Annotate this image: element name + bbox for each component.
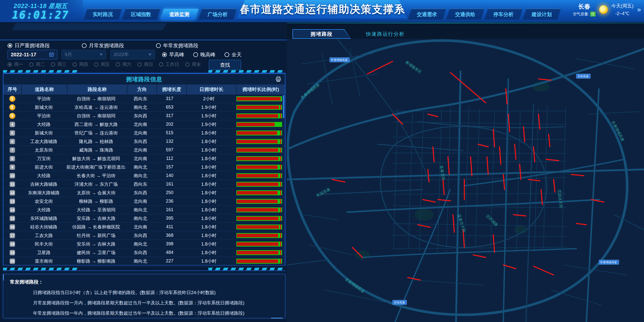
congestion-type-radio-group: 日严重拥堵路段月常发拥堵路段年常发拥堵路段 [8, 42, 230, 49]
weekday-option-6[interactable]: 周日 [137, 61, 153, 67]
table-cell: 4 [4, 122, 21, 127]
table-row[interactable]: 9前进大街前进大街南湖广场下桥匝道出口 → ...南向北1571.8小时 [4, 163, 285, 171]
table-cell: 世纪广场 → 连云港街 [66, 130, 126, 136]
congested-segment[interactable] [453, 215, 454, 232]
congested-segment[interactable] [332, 179, 345, 182]
peak-option-0[interactable]: 早高峰 [162, 51, 184, 58]
congested-segment[interactable] [443, 179, 444, 195]
congested-segment[interactable] [428, 114, 438, 117]
table-row[interactable]: 10大经路长春大街 → 平治街南向北1401.8小时 [4, 171, 285, 180]
congested-segment[interactable] [539, 114, 540, 129]
congested-segment[interactable] [487, 157, 488, 174]
table-cell: 1.8小时 [184, 224, 234, 230]
congested-segment[interactable] [423, 200, 435, 202]
congested-segment[interactable] [546, 159, 559, 161]
congestion-ratio-bar [236, 96, 282, 101]
congested-segment[interactable] [539, 79, 551, 80]
table-row[interactable]: 7太原东街威海路 → 珠海路北向南5971.8小时 [4, 146, 285, 154]
congested-segment[interactable] [450, 73, 486, 103]
congested-segment[interactable] [438, 200, 450, 201]
weather-expand-icon[interactable]: » [637, 6, 641, 14]
table-row[interactable]: 12东南湖大路辅路太原街 → 会展大街东向西2501.8小时 [4, 189, 285, 197]
peak-option-2[interactable]: 全天 [224, 51, 242, 58]
table-row[interactable]: 4大经路西二道街 → 解放大路北向南2021.9小时 [4, 120, 285, 129]
congested-segment[interactable] [503, 265, 516, 269]
search-button[interactable]: 查找 [209, 60, 241, 70]
congested-segment[interactable] [534, 266, 554, 275]
congested-segment[interactable] [554, 179, 555, 192]
table-row[interactable]: 19卫星路健民街 → 卫星广场东向西4841.8小时 [4, 248, 285, 257]
table-row[interactable]: 8万宝街解放大街 → 解放北胡同北向南1121.8小时 [4, 154, 285, 163]
congestion-type-option-1[interactable]: 月常发拥堵路段 [82, 42, 156, 49]
congested-segment[interactable] [433, 147, 434, 162]
peak-option-1[interactable]: 晚高峰 [193, 51, 215, 58]
table-row[interactable]: 5新城大街世纪广场 → 连云港街北向南5151.8小时 [4, 129, 285, 137]
table-row[interactable]: 1平治街自强街 → 南胡胡同西向东3172小时 [4, 95, 285, 103]
congested-segment[interactable] [418, 225, 430, 227]
weekday-option-1[interactable]: 周二 [29, 61, 45, 67]
weekday-option-8[interactable]: 周末 [185, 61, 201, 67]
city-map[interactable]: 长春绕城高速春城服务区长春绕城高速长春绕城高速长深高速亚泰北街亚泰北大街北环城路… [287, 39, 644, 322]
table-row[interactable]: 6工农大路辅路隆礼路 → 桂林路东向西1321.8小时 [4, 137, 285, 146]
congested-segment[interactable] [515, 144, 516, 159]
weekday-option-3[interactable]: 周四 [72, 61, 88, 67]
table-row[interactable]: 13农安北街柳林路 → 柳影路北向南2361.8小时 [4, 197, 285, 206]
congested-segment[interactable] [503, 174, 505, 190]
table-row[interactable]: 3平治街自强街 → 南胡胡同东向西3171.9小时 [4, 112, 285, 120]
table-cell [234, 250, 285, 255]
weekday-option-5[interactable]: 周六 [116, 61, 131, 67]
congested-segment[interactable] [523, 127, 525, 142]
table-row[interactable]: 2新城大街京哈高速 → 连云港街南向北6531.9小时 [4, 103, 285, 112]
nav-tab-right-3[interactable]: 建设计划 [523, 9, 561, 20]
nav-tab-right-2[interactable]: 停车分析 [484, 9, 523, 20]
nav-tab-left-0[interactable]: 实时路况 [84, 9, 122, 20]
map-tab-0[interactable]: 拥堵路段 [292, 29, 351, 39]
congested-segment[interactable] [534, 147, 535, 162]
congested-segment[interactable] [473, 255, 486, 257]
congested-segment[interactable] [576, 223, 586, 225]
congested-segment[interactable] [493, 235, 495, 252]
date-picker[interactable]: 2022-11-17 [8, 50, 57, 59]
table-row[interactable]: 11吉林大路辅路洋浦大街 → 东方广场西向东1611.8小时 [4, 180, 285, 189]
nav-tab-right-0[interactable]: 交通需求 [408, 9, 446, 20]
congestion-type-option-0[interactable]: 日严重拥堵路段 [8, 42, 82, 49]
nav-tab-right-1[interactable]: 交通供给 [446, 9, 484, 20]
table-row[interactable]: 16硅谷大街辅路佳园路 → 长春肿瘤医院北向南4111.8小时 [4, 223, 285, 231]
map-container[interactable]: 长春绕城高速春城服务区长春绕城高速长春绕城高速长深高速亚泰北街亚泰北大街北环城路… [287, 39, 644, 322]
congested-segment[interactable] [478, 144, 488, 147]
table-row[interactable]: 20菜市南街柳影路 → 柳影南路南向北2271.8小时 [4, 257, 285, 265]
table-cell: 1.8小时 [184, 215, 234, 221]
congested-segment[interactable] [506, 89, 507, 104]
table-cell [234, 96, 285, 101]
nav-tab-label: 交通供给 [455, 11, 475, 18]
weekday-option-4[interactable]: 周五 [94, 61, 110, 67]
road-shield-label: 长春绕城高速 [331, 58, 348, 61]
congested-segment[interactable] [528, 179, 540, 181]
map-tab-1[interactable]: 快速路运行分析 [366, 29, 405, 39]
nav-tab-left-2[interactable]: 道路监测 [160, 9, 199, 20]
print-icon[interactable] [275, 76, 281, 82]
congested-segment[interactable] [367, 61, 393, 74]
table-cell: 太原东街 [21, 147, 66, 153]
congested-segment[interactable] [549, 134, 550, 147]
month-select[interactable]: 9月 [61, 50, 106, 59]
table-row[interactable]: 17工农大路牡丹街 → 新民广场东向西3681.8小时 [4, 231, 285, 240]
scrollbar-thumb[interactable] [283, 95, 284, 118]
table-row[interactable]: 18民丰大街安乐街 → 吉林大路南向北3981.8小时 [4, 240, 285, 248]
nav-tab-left-3[interactable]: 广场分析 [199, 9, 237, 20]
congested-segment[interactable] [520, 164, 521, 179]
congested-segment[interactable] [500, 147, 501, 164]
weekday-option-0[interactable]: 周一 [8, 61, 23, 67]
congested-segment[interactable] [571, 174, 584, 176]
table-scrollbar[interactable] [283, 95, 284, 264]
congested-segment[interactable] [471, 157, 472, 176]
congestion-type-option-2[interactable]: 年常发拥堵路段 [156, 42, 230, 49]
table-row[interactable]: 14大经路大经路 → 至善胡同南向北1611.8小时 [4, 206, 285, 214]
table-row[interactable]: 15东环城路辅路安乐路 → 吉林大路南向北3951.8小时 [4, 214, 285, 223]
note-line-2: 年常发拥堵路段指一年内，拥堵路段星期天数超过当年一半及以上天数。(数据源：浮动车… [33, 310, 285, 316]
weekday-option-7[interactable]: 工作日 [159, 61, 179, 67]
nav-tab-left-1[interactable]: 区域指数 [122, 9, 160, 20]
congested-segment[interactable] [513, 215, 526, 216]
year-select[interactable]: 2022年 [110, 50, 155, 59]
weekday-option-2[interactable]: 周三 [51, 61, 66, 67]
